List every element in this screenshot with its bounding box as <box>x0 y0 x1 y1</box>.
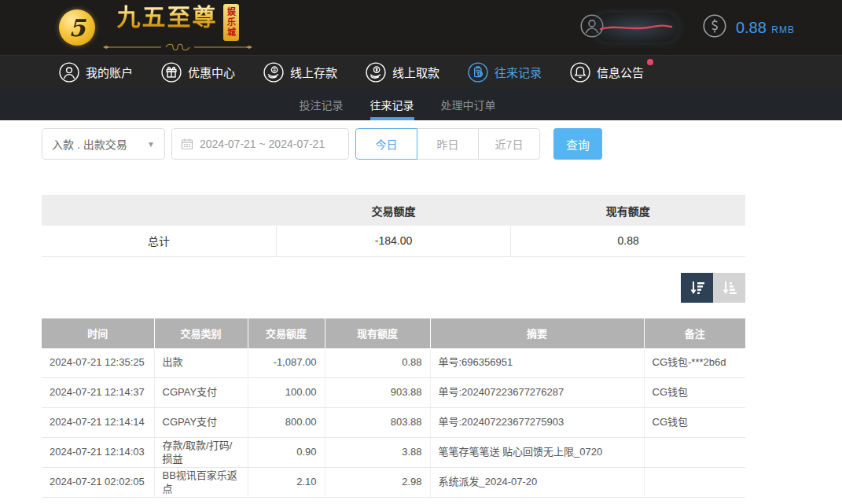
bell-icon <box>570 62 590 83</box>
cell-summary: 系统派发_2024-07-20 <box>430 468 644 498</box>
nav-label: 线上存款 <box>290 64 337 80</box>
content-area: 入款 . 出款交易 ▼ 2024-07-21 ~ 2024-07-21 今日 昨… <box>0 120 842 498</box>
table-row: 2024-07-21 02:02:05 BB视讯百家乐返点 2.10 2.98 … <box>42 468 745 498</box>
cell-note <box>644 468 745 498</box>
table-row: 2024-07-21 12:14:37 CGPAY支付 100.00 903.8… <box>42 378 745 408</box>
transaction-type-dropdown[interactable]: 入款 . 出款交易 ▼ <box>42 128 165 160</box>
top-header: 5 九五至尊 娱乐城 <box>0 0 842 55</box>
cell-category: BB视讯百家乐返点 <box>154 468 248 498</box>
header-time: 时间 <box>42 318 154 348</box>
sort-amount-desc-button[interactable] <box>681 273 713 303</box>
nav-item-withdraw[interactable]: 线上取款 <box>366 62 439 83</box>
cell-time: 2024-07-21 12:14:37 <box>42 378 154 408</box>
header-amount: 交易额度 <box>248 318 325 348</box>
account-summary: 0.88 RMB <box>580 13 795 42</box>
redacted-username[interactable] <box>593 13 679 42</box>
withdraw-coin-icon <box>366 62 386 83</box>
cell-note: CG钱包-***2b6d <box>644 348 745 378</box>
cell-time: 2024-07-21 02:02:05 <box>42 468 154 498</box>
cell-amount: 100.00 <box>248 378 325 408</box>
records-clipboard-icon <box>468 62 488 83</box>
balance-amount: 0.88 <box>736 19 767 36</box>
header-balance: 现有额度 <box>325 318 430 348</box>
cell-note <box>644 438 745 468</box>
cell-amount: 800.00 <box>248 408 325 438</box>
nav-label: 信息公告 <box>597 64 644 80</box>
sort-amount-asc-button[interactable] <box>713 273 745 303</box>
dollar-coin-icon <box>703 14 726 41</box>
tab-transaction-records[interactable]: 往来记录 <box>370 88 414 120</box>
filter-bar: 入款 . 出款交易 ▼ 2024-07-21 ~ 2024-07-21 今日 昨… <box>42 128 842 160</box>
date-range-input[interactable]: 2024-07-21 ~ 2024-07-21 <box>171 128 349 160</box>
cell-balance: 0.88 <box>325 348 430 378</box>
summary-header-current-balance: 现有额度 <box>511 195 745 226</box>
header-note: 备注 <box>644 318 745 348</box>
date-range-value: 2024-07-21 ~ 2024-07-21 <box>200 138 325 150</box>
main-nav: 我的账户 优惠中心 线上存款 线上取款 往来记录 <box>0 55 842 88</box>
range-yesterday-button[interactable]: 昨日 <box>417 128 479 160</box>
cell-note: CG钱包 <box>644 408 745 438</box>
cell-note: CG钱包 <box>644 378 745 408</box>
records-header-row: 时间 交易类别 交易额度 现有额度 摘要 备注 <box>42 318 745 348</box>
sort-amount-asc-icon <box>721 279 738 296</box>
table-row: 2024-07-21 12:35:25 出款 -1,087.00 0.88 单号… <box>42 348 745 378</box>
chevron-down-icon: ▼ <box>147 140 155 149</box>
cell-time: 2024-07-21 12:14:03 <box>42 438 154 468</box>
sort-controls <box>42 273 745 303</box>
records-table: 时间 交易类别 交易额度 现有额度 摘要 备注 2024-07-21 12:35… <box>42 318 745 498</box>
logo-flourish-ornament <box>103 42 252 52</box>
nav-label: 我的账户 <box>86 64 133 80</box>
cell-time: 2024-07-21 12:35:25 <box>42 348 154 378</box>
search-button[interactable]: 查询 <box>553 128 602 160</box>
cell-category: CGPAY支付 <box>154 378 248 408</box>
summary-table: 交易额度 现有额度 总计 -184.00 0.88 <box>42 195 745 257</box>
user-icon <box>59 62 79 83</box>
quick-range-group: 今日 昨日 近7日 <box>355 128 540 160</box>
nav-item-announcements[interactable]: 信息公告 <box>570 62 644 83</box>
summary-header-row: 交易额度 现有额度 <box>42 195 745 226</box>
tab-processing-orders[interactable]: 处理中订单 <box>441 88 496 120</box>
cell-balance: 803.88 <box>325 408 430 438</box>
summary-total-label: 总计 <box>42 226 276 256</box>
cell-balance: 2.98 <box>325 468 430 498</box>
table-row: 2024-07-21 12:14:14 CGPAY支付 800.00 803.8… <box>42 408 745 438</box>
cell-time: 2024-07-21 12:14:14 <box>42 408 154 438</box>
summary-total-balance: 0.88 <box>511 226 745 256</box>
nav-item-transaction-records[interactable]: 往来记录 <box>468 62 542 83</box>
cell-category: CGPAY支付 <box>154 408 248 438</box>
summary-total-row: 总计 -184.00 0.88 <box>42 226 745 256</box>
sort-amount-desc-icon <box>689 279 706 296</box>
site-logo[interactable]: 5 九五至尊 娱乐城 <box>59 4 252 52</box>
logo-monogram: 5 <box>59 9 95 46</box>
nav-item-deposit[interactable]: 线上存款 <box>263 62 337 83</box>
summary-header-empty <box>42 195 276 226</box>
site-title: 九五至尊 <box>117 4 218 30</box>
nav-item-promotions[interactable]: 优惠中心 <box>161 62 235 83</box>
nav-label: 线上取款 <box>392 64 439 80</box>
gift-icon <box>161 62 182 83</box>
cell-amount: -1,087.00 <box>248 348 325 378</box>
table-row: 2024-07-21 12:14:03 存款/取款/打码/损益 0.90 3.8… <box>42 438 745 468</box>
cell-summary: 单号:202407223677276287 <box>430 378 644 408</box>
cell-category: 存款/取款/打码/损益 <box>154 438 248 468</box>
cell-category: 出款 <box>154 348 248 378</box>
cell-amount: 0.90 <box>248 438 325 468</box>
calendar-icon <box>181 138 193 150</box>
cell-balance: 3.88 <box>325 438 430 468</box>
tab-betting-records[interactable]: 投注记录 <box>300 88 344 120</box>
nav-item-my-account[interactable]: 我的账户 <box>59 62 133 83</box>
nav-label: 往来记录 <box>495 64 542 80</box>
dropdown-value: 入款 . 出款交易 <box>52 136 127 152</box>
record-subtabs: 投注记录 往来记录 处理中订单 <box>0 88 842 120</box>
range-today-button[interactable]: 今日 <box>355 128 417 160</box>
notification-dot <box>647 59 653 65</box>
cell-summary: 单号:696356951 <box>430 348 644 378</box>
cell-amount: 2.10 <box>248 468 325 498</box>
summary-total-amount: -184.00 <box>276 226 510 256</box>
cell-balance: 903.88 <box>325 378 430 408</box>
header-summary: 摘要 <box>430 318 644 348</box>
balance-currency: RMB <box>771 24 795 35</box>
range-last7days-button[interactable]: 近7日 <box>478 128 540 160</box>
site-badge: 娱乐城 <box>223 4 239 41</box>
header-category: 交易类别 <box>154 318 248 348</box>
